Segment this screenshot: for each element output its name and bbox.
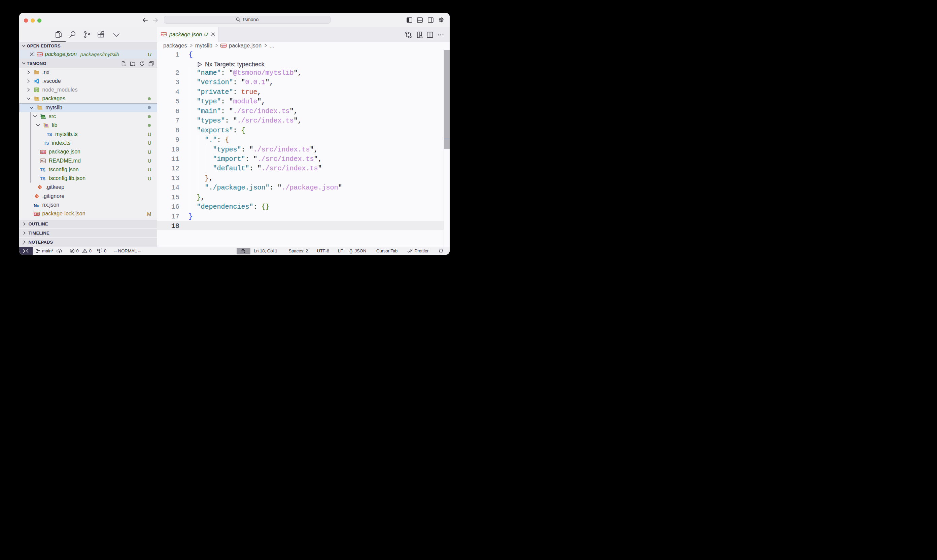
svg-text:npm: npm	[221, 44, 226, 47]
svg-text:x: x	[37, 203, 39, 207]
svg-text:npm: npm	[37, 53, 42, 56]
svg-text:npm: npm	[34, 212, 39, 215]
svg-text:npm: npm	[161, 33, 166, 36]
svg-text:js: js	[35, 89, 37, 91]
svg-text:M: M	[41, 159, 43, 163]
svg-text:N: N	[34, 203, 37, 207]
svg-text:</>: </>	[42, 116, 45, 118]
svg-text:TS: TS	[44, 141, 49, 145]
svg-text:TS: TS	[47, 132, 52, 137]
svg-text:npm: npm	[40, 151, 46, 154]
